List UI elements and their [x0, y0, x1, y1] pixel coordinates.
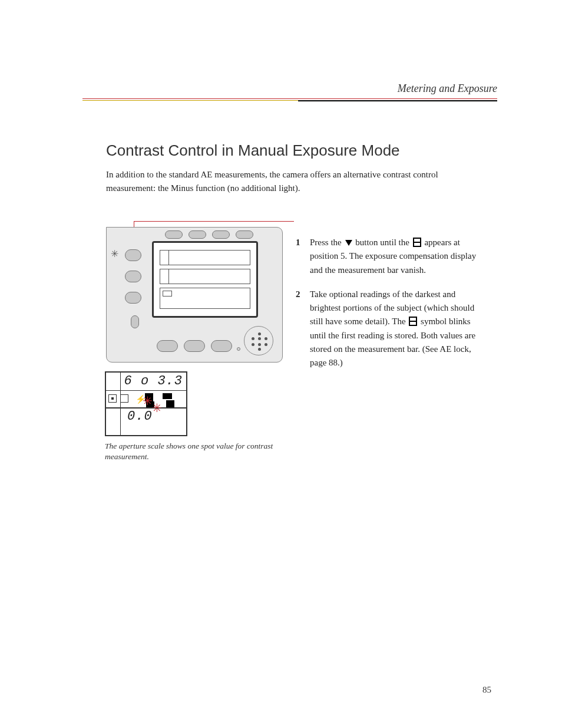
minus-bracket-icon — [413, 238, 421, 247]
lcd-screen — [152, 241, 258, 318]
step1-mid: button until the — [353, 238, 412, 247]
page-header: Metering and Exposure — [82, 83, 497, 104]
side-button-3-highlighted — [125, 292, 141, 304]
side-button-1 — [125, 249, 141, 261]
figure-caption: The aperture scale shows one spot value … — [105, 441, 282, 462]
speaker-grille — [244, 326, 273, 355]
detail-top-reading: 6 o 3.3 — [124, 374, 183, 388]
down-triangle-icon — [345, 240, 352, 246]
control-panel-diagram: ✳ — [106, 227, 283, 363]
section-title: Contrast Control in Manual Exposure Mode — [106, 141, 400, 160]
section-intro: In addition to the standard AE measureme… — [106, 168, 485, 196]
lcd-detail-diagram: 6 o 3.3 ⚡ ✳ ✳ 0.0 — [105, 371, 187, 436]
detail-bottom-reading: 0.0 — [127, 409, 153, 424]
step1-pre: Press the — [310, 238, 344, 247]
instruction-steps: 1 Press the button until the appears at … — [296, 236, 485, 380]
minus-bracket-icon — [409, 317, 417, 326]
step-2: 2 Take optional readings of the darkest … — [296, 288, 485, 370]
asterisk-mark: ✳ — [111, 248, 118, 259]
header-title: Metering and Exposure — [82, 83, 497, 95]
page-number: 85 — [482, 685, 491, 695]
header-rules — [82, 98, 497, 104]
side-small-button — [131, 315, 139, 328]
step-1: 1 Press the button until the appears at … — [296, 236, 485, 277]
step-number: 1 — [296, 236, 304, 277]
callout-line — [134, 221, 294, 222]
side-button-2 — [125, 271, 141, 282]
step-number: 2 — [296, 288, 304, 370]
